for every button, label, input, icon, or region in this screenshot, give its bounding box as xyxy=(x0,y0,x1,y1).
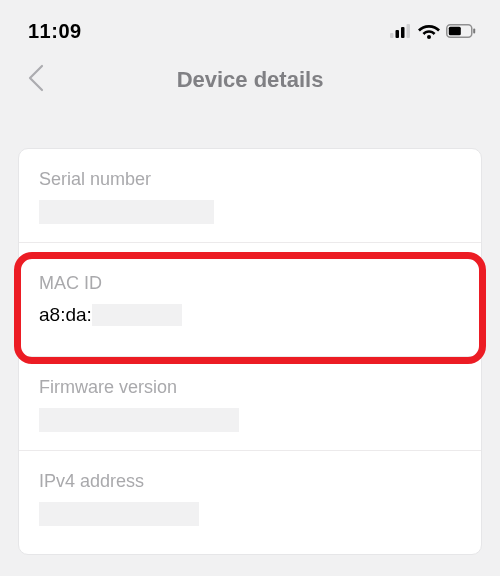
serial-label: Serial number xyxy=(39,169,461,190)
serial-row: Serial number xyxy=(19,149,481,243)
wifi-icon xyxy=(418,23,440,39)
svg-point-4 xyxy=(427,35,431,39)
ipv4-label: IPv4 address xyxy=(39,471,461,492)
status-time: 11:09 xyxy=(28,20,82,43)
serial-value-redacted xyxy=(39,200,214,224)
firmware-row: Firmware version xyxy=(19,357,481,451)
mac-value-redacted xyxy=(92,304,182,326)
svg-rect-6 xyxy=(449,27,461,35)
details-card: Serial number MAC ID a8:da: Firmware ver… xyxy=(18,148,482,555)
mac-label: MAC ID xyxy=(39,273,461,294)
firmware-label: Firmware version xyxy=(39,377,461,398)
svg-rect-1 xyxy=(396,30,400,38)
mac-value-prefix: a8:da: xyxy=(39,304,92,326)
mac-value: a8:da: xyxy=(39,304,461,326)
ipv4-value-redacted xyxy=(39,502,199,526)
cellular-icon xyxy=(390,24,412,38)
firmware-value-redacted xyxy=(39,408,239,432)
svg-rect-7 xyxy=(473,29,475,34)
chevron-left-icon xyxy=(28,64,44,92)
page-title: Device details xyxy=(18,67,482,93)
svg-rect-0 xyxy=(390,33,394,38)
battery-icon xyxy=(446,24,476,38)
svg-rect-3 xyxy=(407,24,411,38)
ipv4-row: IPv4 address xyxy=(19,451,481,554)
status-icons xyxy=(390,23,476,39)
nav-header: Device details xyxy=(0,50,500,110)
mac-row: MAC ID a8:da: xyxy=(19,243,481,357)
status-bar: 11:09 xyxy=(0,0,500,50)
svg-rect-2 xyxy=(401,27,405,38)
back-button[interactable] xyxy=(24,60,48,100)
